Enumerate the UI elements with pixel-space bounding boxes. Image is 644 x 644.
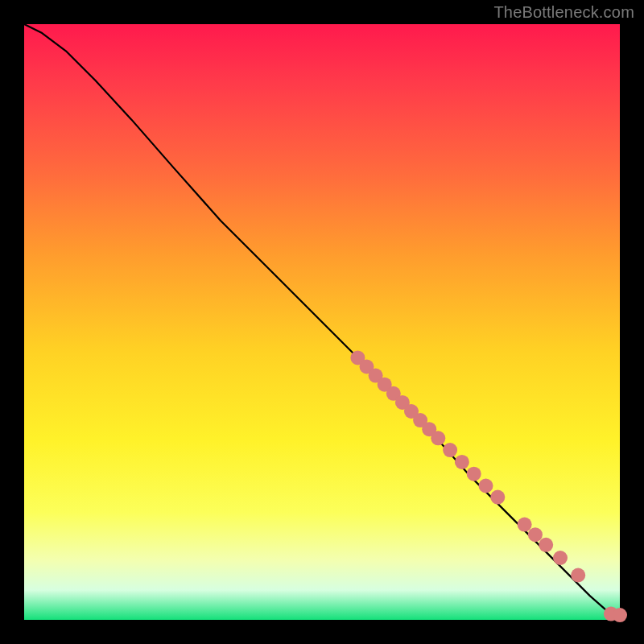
chart-svg — [24, 24, 620, 620]
marker-group — [350, 350, 627, 622]
data-point — [479, 479, 493, 493]
data-point — [431, 431, 445, 445]
plot-area — [24, 24, 620, 620]
chart-stage: TheBottleneck.com — [0, 0, 644, 644]
data-point — [571, 568, 585, 583]
data-point — [443, 443, 457, 457]
data-point — [528, 527, 543, 542]
data-point — [613, 608, 627, 622]
data-point — [518, 518, 532, 532]
data-point — [490, 490, 505, 505]
data-point — [467, 467, 481, 481]
data-point — [539, 538, 553, 552]
attribution-label: TheBottleneck.com — [493, 3, 634, 22]
data-point — [553, 551, 568, 565]
data-point — [455, 455, 469, 469]
